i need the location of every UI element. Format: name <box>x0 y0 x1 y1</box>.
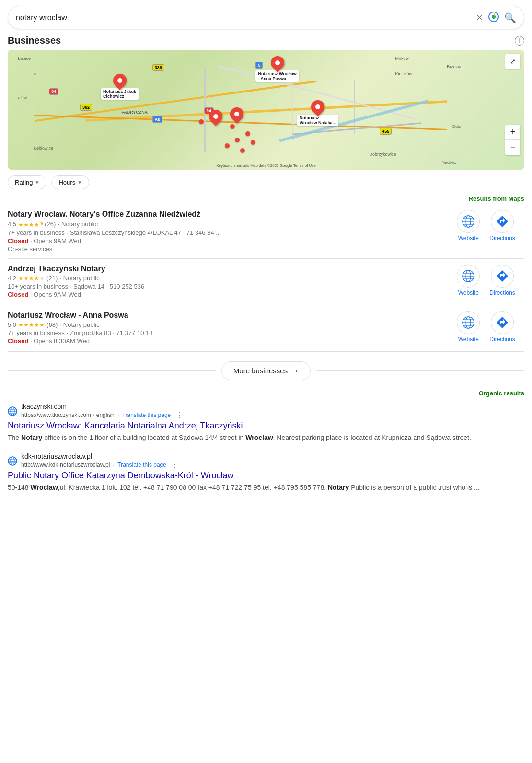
source-menu-1[interactable]: ⋮ <box>175 410 183 419</box>
status-hours-2: · Opens 9AM Wed <box>30 291 81 298</box>
business-actions-3: Website Directions <box>448 311 524 343</box>
action-btn-pair-2: Website Directions <box>457 265 515 296</box>
website-btn-2[interactable]: Website <box>457 265 480 296</box>
businesses-section: Businesses ⋮ i 94 94 336 5 A8 362 455 <box>0 35 532 493</box>
highway-362-badge: 362 <box>80 104 92 111</box>
business-actions-2: Website Directions <box>448 265 524 296</box>
businesses-menu-icon[interactable]: ⋮ <box>65 35 73 46</box>
status-closed-3: Closed <box>8 337 28 345</box>
reviews-2: (21) <box>46 275 58 282</box>
on-site-1: On-site services <box>8 245 448 253</box>
more-businesses-button[interactable]: More businesses → <box>221 361 311 380</box>
rating-row-1: 4.5 ★★★★★ (26) · Notary public <box>8 220 448 228</box>
rating-filter[interactable]: Rating ▼ <box>8 175 46 189</box>
organic-results-label: Organic results <box>8 390 524 397</box>
status-row-2: Closed · Opens 9AM Wed <box>8 291 448 298</box>
source-globe-icon-2 <box>8 456 17 466</box>
search-input[interactable] <box>16 13 471 22</box>
rating-row-3: 5.0 ★★★★★ (68) · Notary public <box>8 321 448 328</box>
search-bar-container: ✕ 🔍 <box>0 0 532 35</box>
organic-result-2: kdk-notariuszwroclaw.pl http://www.kdk-n… <box>8 452 524 493</box>
organic-title-1[interactable]: Notariusz Wrocław: Kancelaria Notarialna… <box>8 421 524 431</box>
website-btn-1[interactable]: Website <box>457 210 480 242</box>
reviews-1: (26) <box>45 220 56 228</box>
details-3: 7+ years in business · Żmigrodzka 83 · 7… <box>8 329 448 336</box>
details-1: 7+ years in business · Stanisława Leszcz… <box>8 229 448 236</box>
organic-desc-2: 50-148 Wroclaw,ul. Krawiecka 1 lok. 102 … <box>8 483 524 493</box>
source-menu-2[interactable]: ⋮ <box>171 460 179 469</box>
map-pin-small-5 <box>225 143 230 148</box>
hours-filter[interactable]: Hours ▼ <box>51 175 89 189</box>
type-1: Notary public <box>61 220 98 228</box>
map-pin-natalia[interactable]: NotariuszWrocław Natalia... <box>297 100 338 126</box>
source-domain-1: tkaczynski.com <box>21 403 183 410</box>
website-label-3: Website <box>458 336 479 343</box>
business-listing-2: Andrzej Tkaczyński Notary 4.2 ★★★★★ (21)… <box>8 259 524 305</box>
businesses-header: Businesses ⋮ i <box>8 35 524 46</box>
map-pin-cichowicz[interactable]: Notariusz JakubCichowicz <box>101 74 139 100</box>
stars-1: ★★★★★ <box>18 220 43 228</box>
more-businesses-arrow: → <box>291 367 299 375</box>
organic-title-2[interactable]: Public Notary Office Katarzyna Dembowska… <box>8 471 524 481</box>
map-pin-small-1 <box>230 124 235 129</box>
status-closed-2: Closed <box>8 291 28 298</box>
search-bar: ✕ 🔍 <box>8 6 524 29</box>
source-url-1: https://www.tkaczynski.com › english <box>21 412 115 418</box>
businesses-title-row: Businesses ⋮ <box>8 35 73 46</box>
zoom-out-button[interactable]: − <box>505 140 520 155</box>
stars-3: ★★★★★ <box>18 322 45 328</box>
highway-94-badge: 94 <box>49 88 58 95</box>
info-icon[interactable]: i <box>515 36 524 46</box>
website-label-1: Website <box>458 235 479 242</box>
action-btn-pair-1: Website Directions <box>457 210 515 242</box>
type-3: Notary public <box>63 321 100 328</box>
results-from-maps-label: Results from Maps <box>8 195 524 202</box>
map-footer: Keyboard shortcuts Map data ©2023 Google… <box>216 163 316 168</box>
directions-label-3: Directions <box>489 336 515 343</box>
map-pin-small-4 <box>251 140 255 145</box>
business-name-3[interactable]: Notariusz Wrocław - Anna Poswa <box>8 311 448 320</box>
filter-row: Rating ▼ Hours ▼ <box>8 175 524 189</box>
source-row-1: tkaczynski.com https://www.tkaczynski.co… <box>8 403 524 419</box>
status-hours-1: · Opens 9AM Wed <box>30 237 81 244</box>
business-name-1[interactable]: Notary Wroclaw. Notary's Office Zuzanna … <box>8 210 448 219</box>
rating-filter-arrow: ▼ <box>35 180 40 185</box>
business-info-1: Notary Wroclaw. Notary's Office Zuzanna … <box>8 210 448 253</box>
more-businesses-line-right <box>316 370 524 371</box>
map-pin-extra1[interactable] <box>209 110 222 123</box>
translate-link-2[interactable]: Translate this page <box>117 462 166 468</box>
map-zoom-controls: + − <box>505 125 520 155</box>
map-pin-small-6 <box>240 148 245 153</box>
search-icon[interactable]: 🔍 <box>504 12 516 23</box>
directions-btn-1[interactable]: Directions <box>489 210 515 242</box>
map-container[interactable]: 94 94 336 5 A8 362 455 Mirków Łepice Kie… <box>8 50 524 170</box>
map-background: 94 94 336 5 A8 362 455 Mirków Łepice Kie… <box>8 50 524 170</box>
details-2: 10+ years in business · Sądowa 14 · 510 … <box>8 283 448 290</box>
type-2: Notary public <box>63 275 100 282</box>
business-listing-1: Notary Wroclaw. Notary's Office Zuzanna … <box>8 204 524 259</box>
website-btn-3[interactable]: Website <box>457 311 480 343</box>
google-lens-icon[interactable] <box>488 11 499 24</box>
zoom-in-button[interactable]: + <box>505 125 520 140</box>
status-closed-1: Closed <box>8 237 28 244</box>
highway-455-badge: 455 <box>380 128 392 135</box>
map-pin-small-7 <box>199 119 204 124</box>
rating-num-3: 5.0 <box>8 321 16 328</box>
source-row-2: kdk-notariuszwroclaw.pl http://www.kdk-n… <box>8 452 524 469</box>
map-expand-button[interactable]: ⤢ <box>505 54 520 69</box>
map-pin-extra2[interactable] <box>230 107 243 121</box>
source-globe-icon-1 <box>8 406 17 416</box>
map-pin-small-3 <box>235 138 240 142</box>
translate-link-1[interactable]: Translate this page <box>122 412 171 418</box>
action-btn-pair-3: Website Directions <box>457 311 515 343</box>
directions-label-2: Directions <box>489 289 515 296</box>
directions-btn-3[interactable]: Directions <box>489 311 515 343</box>
status-row-3: Closed · Opens 8:30AM Wed <box>8 337 448 345</box>
status-hours-3: · Opens 8:30AM Wed <box>30 337 90 345</box>
map-pin-poswa[interactable]: Notariusz Wrocław- Anna Poswa <box>255 56 299 82</box>
business-listing-3: Notariusz Wrocław - Anna Poswa 5.0 ★★★★★… <box>8 305 524 352</box>
directions-btn-2[interactable]: Directions <box>489 265 515 296</box>
clear-icon[interactable]: ✕ <box>476 12 483 23</box>
business-actions-1: Website Directions <box>448 210 524 242</box>
business-name-2[interactable]: Andrzej Tkaczyński Notary <box>8 265 448 273</box>
